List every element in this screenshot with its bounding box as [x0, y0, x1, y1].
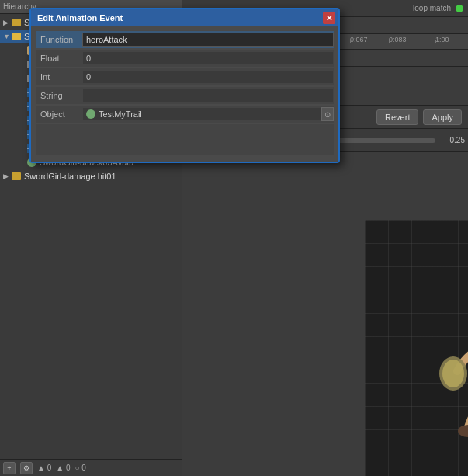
arrow-icon: ▶ — [3, 172, 11, 180]
time-value: 0.25 — [442, 136, 465, 144]
loop-match-indicator — [456, 5, 463, 12]
object-label: Object — [36, 109, 82, 119]
tick-4: 0:067 — [350, 36, 368, 43]
item-label: SwordGirl-damage hit01 — [24, 172, 116, 181]
string-label: String — [36, 91, 82, 100]
vert-count: ○ 0 — [75, 464, 86, 472]
object-count: ▲ 0 — [37, 464, 51, 472]
float-label: Float — [36, 54, 82, 63]
settings-button[interactable]: ⚙ — [20, 462, 33, 474]
viewport: 0:05 (027.9%) ⚙ — [365, 220, 468, 476]
edit-animation-event-dialog[interactable]: Edit Animation Event ✕ Function Float 0 … — [29, 8, 340, 163]
folder-icon — [11, 171, 22, 182]
object-value: TestMyTrail — [99, 109, 142, 119]
tick-6: 1:00 — [435, 36, 449, 43]
folder-open-icon — [11, 31, 22, 42]
function-label: Function — [36, 35, 82, 44]
float-value: 0 — [82, 51, 334, 65]
character-svg — [430, 251, 468, 453]
function-input[interactable] — [82, 33, 334, 47]
arrow-icon: ▶ — [3, 19, 11, 26]
apply-button[interactable]: Apply — [423, 109, 462, 125]
string-value — [82, 89, 334, 102]
object-input-display: TestMyTrail — [82, 107, 321, 121]
object-icon — [86, 109, 95, 119]
folder-icon — [11, 17, 22, 28]
int-label: Int — [36, 72, 82, 82]
tick-5: 0:083 — [389, 36, 407, 43]
function-row: Function — [36, 31, 334, 48]
character-container — [430, 251, 468, 453]
int-row: Int 0 — [36, 68, 334, 85]
dialog-spacer — [36, 124, 334, 155]
hierarchy-bottom-toolbar: + ⚙ ▲ 0 ▲ 0 ○ 0 — [0, 459, 182, 476]
dialog-title-bar: Edit Animation Event ✕ — [31, 9, 338, 26]
svg-point-1 — [458, 425, 468, 437]
int-value: 0 — [82, 70, 334, 84]
svg-point-4 — [442, 360, 464, 387]
revert-button[interactable]: Revert — [376, 109, 418, 125]
object-picker-button[interactable]: ⊙ — [321, 107, 334, 121]
object-row: Object TestMyTrail ⊙ — [36, 106, 334, 123]
float-row: Float 0 — [36, 50, 334, 67]
tri-count: ▲ 0 — [56, 464, 70, 472]
hierarchy-item[interactable]: ▶ SwordGirl-damage hit01 — [0, 169, 182, 183]
dialog-body: Function Float 0 Int 0 String Object — [31, 26, 338, 162]
dialog-close-button[interactable]: ✕ — [323, 12, 335, 24]
string-row: String — [36, 87, 334, 104]
arrow-icon: ▼ — [3, 33, 11, 40]
add-button[interactable]: + — [3, 462, 16, 474]
dialog-title: Edit Animation Event — [37, 13, 123, 23]
loop-match-label: loop match — [413, 4, 451, 12]
